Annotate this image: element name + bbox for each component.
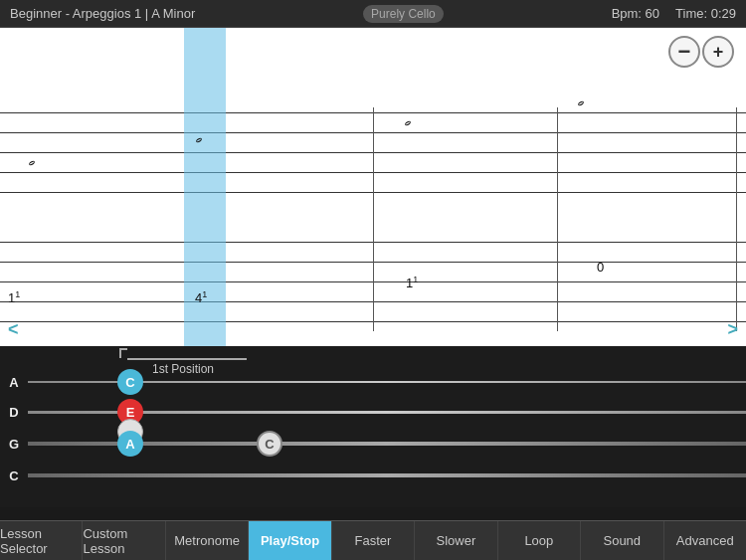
loop-button[interactable]: Loop: [498, 521, 581, 560]
bar-line: [557, 107, 558, 331]
top-bar-right: Bpm: 60 Time: 0:29: [612, 6, 736, 21]
bar-line: [373, 107, 374, 331]
play-stop-button[interactable]: Play/Stop: [249, 521, 331, 560]
lesson-selector-button[interactable]: Lesson Selector: [0, 521, 83, 560]
nav-left-arrow[interactable]: <: [8, 319, 19, 340]
string-label-A: A: [0, 375, 28, 390]
string-label-D: D: [0, 405, 28, 420]
string-row-D: D E: [0, 398, 746, 426]
string-row-G: G A C: [0, 430, 746, 458]
bar-line: [736, 107, 737, 331]
note-number-zero: 0: [597, 260, 604, 275]
position-bracket: [119, 348, 247, 360]
nav-right-arrow[interactable]: >: [727, 319, 738, 340]
zoom-in-button[interactable]: +: [702, 36, 734, 68]
string-line-container-G: A C: [28, 430, 746, 458]
fingering-dot-C-G: C: [257, 431, 282, 457]
string-line-container-D: E: [28, 398, 746, 426]
advanced-button[interactable]: Advanced: [664, 521, 746, 560]
piece-title: Beginner - Arpeggios 1 | A Minor: [10, 6, 195, 21]
notation-area: 𝅗 𝅗 𝅗 𝅗 0 11 41 11 < >: [0, 28, 746, 346]
string-label-C: C: [0, 468, 28, 483]
bottom-toolbar: Lesson SelectorCustom LessonMetronomePla…: [0, 520, 746, 560]
note-fingering: 11: [8, 289, 20, 305]
zoom-wrapper: − +: [668, 36, 734, 68]
fretboard-area: 1st Position A C D E G A C: [0, 346, 746, 507]
string-row-C: C: [0, 462, 746, 489]
string-label-G: G: [0, 437, 28, 452]
staff-container: 𝅗 𝅗 𝅗 𝅗 0 11 41 11 < >: [0, 28, 746, 346]
bpm-display: Bpm: 60: [612, 6, 659, 21]
time-display: Time: 0:29: [675, 6, 736, 21]
zoom-controls: − +: [668, 36, 734, 68]
string-line-container-C: [28, 462, 746, 489]
string-row-A: A C: [0, 368, 746, 396]
sound-button[interactable]: Sound: [581, 521, 663, 560]
zoom-out-button[interactable]: −: [668, 36, 700, 68]
string-line-container-A: C: [28, 368, 746, 396]
top-bar: Beginner - Arpeggios 1 | A Minor Purely …: [0, 0, 746, 28]
metronome-button[interactable]: Metronome: [166, 521, 249, 560]
fingering-dot-A-G: A: [117, 431, 143, 457]
note-fingering: 41: [195, 289, 207, 305]
fingering-dot-C-A: C: [117, 369, 143, 395]
app-name: Purely Cello: [363, 5, 444, 23]
note-fingering: 11: [406, 275, 418, 290]
slower-button[interactable]: Slower: [415, 521, 497, 560]
faster-button[interactable]: Faster: [332, 521, 415, 560]
bracket-line: [127, 358, 247, 360]
string-line-C: [28, 473, 746, 477]
bracket-left: [119, 348, 127, 358]
custom-lesson-button[interactable]: Custom Lesson: [83, 521, 165, 560]
